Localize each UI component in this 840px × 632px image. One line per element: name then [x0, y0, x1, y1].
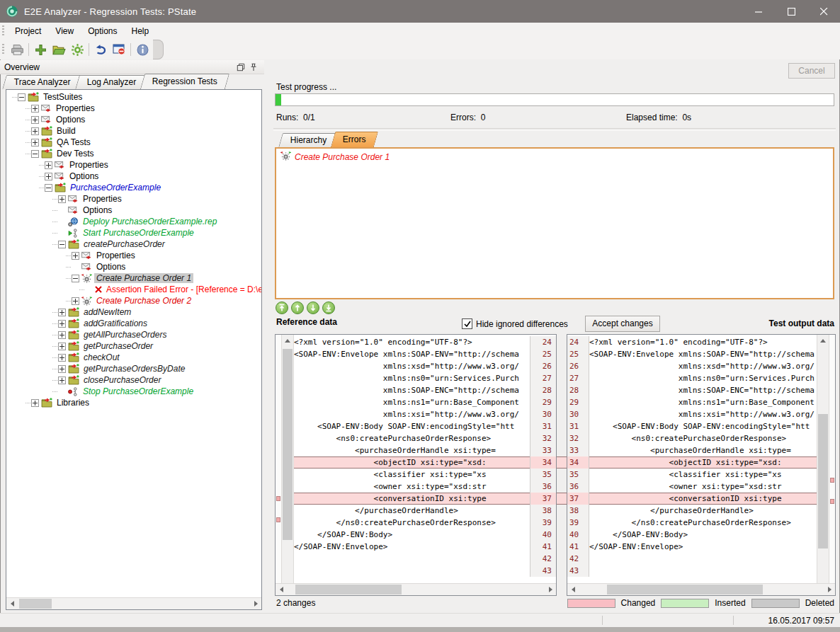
maximize-button[interactable]: [775, 0, 807, 23]
tree-item-options[interactable]: Options: [6, 261, 261, 272]
tree-item-options[interactable]: Options: [6, 171, 261, 182]
close-button[interactable]: [807, 0, 840, 23]
scroll-left-icon[interactable]: [276, 584, 287, 595]
tree-item-addgratifications[interactable]: addGratifications: [6, 318, 261, 329]
right-horizontal-scrollbar[interactable]: [567, 583, 835, 595]
expand-icon[interactable]: [72, 297, 79, 305]
scroll-left-icon[interactable]: [567, 584, 579, 595]
test-tree-panel[interactable]: TestSuitesPropertiesOptionsBuildQA Tests…: [6, 89, 262, 610]
tree-item-deploy-purchaseorderexample-rep[interactable]: Deploy PurchaseOrderExample.rep: [6, 216, 261, 227]
disable-trace-icon[interactable]: [110, 41, 128, 58]
add-icon[interactable]: [31, 41, 50, 58]
toolbar-grip[interactable]: [2, 44, 4, 55]
expand-icon[interactable]: [31, 116, 39, 124]
tree-item-properties[interactable]: Properties: [6, 193, 261, 205]
tree-item-getallpurchaseorders[interactable]: getAllPurchaseOrders: [6, 329, 261, 340]
tab-hierarchy[interactable]: Hierarchy: [278, 133, 339, 147]
left-change-map[interactable]: [276, 335, 281, 595]
scroll-up-icon[interactable]: [282, 335, 293, 346]
expand-icon[interactable]: [45, 161, 52, 169]
tree-item-build[interactable]: Build: [6, 125, 261, 137]
expand-icon[interactable]: [58, 320, 66, 328]
tree-item-start-purchaseorderexample[interactable]: Start PurchaseOrderExample: [6, 227, 261, 239]
tree-item-dev-tests[interactable]: Dev Tests: [6, 148, 261, 159]
errors-panel[interactable]: Create Purchase Order 1: [275, 147, 834, 299]
tree-item-getpurchaseordersbydate[interactable]: getPurchaseOrdersByDate: [6, 363, 261, 374]
tab-trace-analyzer[interactable]: Trace Analyzer: [2, 75, 82, 89]
tree-horizontal-scrollbar[interactable]: [6, 597, 261, 609]
minimize-button[interactable]: [742, 0, 775, 23]
menu-grip[interactable]: [2, 25, 4, 37]
menu-project[interactable]: Project: [8, 24, 48, 38]
float-panel-icon[interactable]: [234, 62, 247, 73]
left-horizontal-scrollbar[interactable]: [276, 583, 556, 595]
first-difference-button[interactable]: [276, 301, 288, 314]
open-folder-icon[interactable]: [50, 41, 68, 58]
last-difference-button[interactable]: [322, 301, 335, 314]
expand-icon[interactable]: [31, 399, 39, 407]
tree-item-qa-tests[interactable]: QA Tests: [6, 137, 261, 148]
collapse-icon[interactable]: [72, 275, 79, 282]
tree-item-properties[interactable]: Properties: [6, 103, 261, 114]
expand-icon[interactable]: [58, 343, 66, 350]
expand-icon[interactable]: [31, 105, 39, 113]
menu-help[interactable]: Help: [125, 24, 157, 38]
menu-options[interactable]: Options: [81, 24, 124, 38]
expand-icon[interactable]: [58, 195, 66, 203]
scroll-right-icon[interactable]: [250, 598, 261, 609]
expand-icon[interactable]: [58, 331, 66, 339]
tree-item-getpurchaseorder[interactable]: getPurchaseOrder: [6, 340, 261, 352]
scroll-right-icon[interactable]: [545, 584, 556, 595]
collapse-icon[interactable]: [58, 241, 66, 248]
scroll-up-icon[interactable]: [817, 335, 829, 346]
expand-icon[interactable]: [58, 354, 66, 362]
collapse-icon[interactable]: [18, 93, 25, 101]
settings-icon[interactable]: [68, 41, 86, 58]
expand-icon[interactable]: [31, 127, 39, 135]
tree-item-options[interactable]: Options: [6, 205, 261, 216]
right-vertical-scrollbar[interactable]: [817, 335, 829, 595]
right-change-map[interactable]: [829, 335, 835, 595]
accept-changes-button[interactable]: Accept changes: [585, 316, 660, 332]
collapse-icon[interactable]: [45, 184, 52, 192]
reference-data-panel[interactable]: <?xml version="1.0" encoding="UTF-8"?>24…: [275, 334, 557, 596]
expand-icon[interactable]: [58, 377, 66, 384]
tree-item-libraries[interactable]: Libraries: [6, 397, 261, 408]
test-output-data-panel[interactable]: 24<?xml version="1.0" encoding="UTF-8"?>…: [567, 334, 836, 596]
print-icon[interactable]: [8, 41, 26, 58]
tree-item-createpurchaseorder[interactable]: createPurchaseOrder: [6, 239, 261, 250]
tree-item-testsuites[interactable]: TestSuites: [6, 91, 261, 103]
next-difference-button[interactable]: [307, 301, 319, 314]
expand-icon[interactable]: [58, 365, 66, 373]
expand-icon[interactable]: [45, 173, 52, 180]
tree-item-options[interactable]: Options: [6, 114, 261, 125]
scroll-right-icon[interactable]: [824, 584, 835, 595]
checkbox-checked-icon[interactable]: [462, 318, 472, 329]
expand-icon[interactable]: [58, 309, 66, 316]
hide-ignored-differences-option[interactable]: Hide ignored differences: [462, 318, 568, 329]
tree-item-create-purchase-order-2[interactable]: Create Purchase Order 2: [6, 295, 261, 306]
tree-item-purchaseorderexample[interactable]: PurchaseOrderExample: [6, 182, 261, 193]
scroll-left-icon[interactable]: [6, 598, 18, 609]
tree-item-closepurchaseorder[interactable]: closePurchaseOrder: [6, 374, 261, 386]
left-vertical-scrollbar[interactable]: [281, 335, 294, 595]
pin-icon[interactable]: [247, 62, 260, 73]
tree-item-addnewitem[interactable]: addNewItem: [6, 306, 261, 318]
undo-icon[interactable]: [91, 41, 110, 58]
tree-item-create-purchase-order-1[interactable]: Create Purchase Order 1: [6, 272, 261, 284]
tree-item-stop-purchaseorderexample[interactable]: Stop PurchaseOrderExample: [6, 386, 261, 397]
expand-icon[interactable]: [31, 139, 39, 146]
tree-item-properties[interactable]: Properties: [6, 159, 261, 171]
tree-item-assertion-failed-error-reference-d-e2e-brid[interactable]: Assertion Failed Error - [Reference = D:…: [6, 284, 261, 295]
tab-errors[interactable]: Errors: [331, 132, 378, 147]
collapse-icon[interactable]: [31, 150, 39, 158]
tree-item-properties[interactable]: Properties: [6, 250, 261, 261]
tab-log-analyzer[interactable]: Log Analyzer: [75, 75, 148, 89]
menu-view[interactable]: View: [48, 24, 81, 38]
tree-item-checkout[interactable]: checkOut: [6, 352, 261, 363]
expand-icon[interactable]: [72, 252, 79, 260]
info-icon[interactable]: [133, 41, 152, 58]
previous-difference-button[interactable]: [291, 301, 304, 314]
cancel-button[interactable]: Cancel: [788, 63, 835, 79]
tab-regression-tests[interactable]: Regression Tests: [140, 74, 229, 89]
